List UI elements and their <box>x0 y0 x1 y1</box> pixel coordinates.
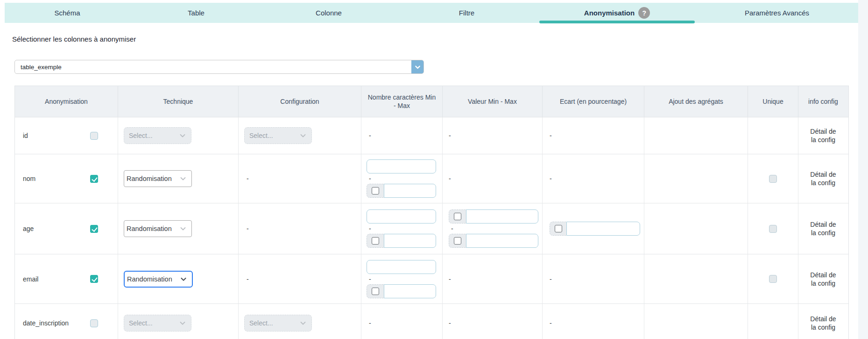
tab-bar: Schéma Table Colonne Filtre Anonymisatio… <box>5 3 858 23</box>
checkbox-addon <box>367 284 384 298</box>
max-chars-checkbox[interactable] <box>372 187 379 195</box>
min-max-separator: - <box>451 226 453 231</box>
table-row-id: id Select... Select... - - - Détail de l <box>15 117 848 154</box>
empty-value: - <box>449 133 451 138</box>
select-value: Randomisation <box>127 275 172 283</box>
row-checkbox[interactable] <box>90 175 98 183</box>
header-valeur-min-max: Valeur Min - Max <box>443 86 543 117</box>
empty-value: - <box>369 320 371 326</box>
configuration-select[interactable]: Select... <box>244 127 312 144</box>
max-chars-checkbox[interactable] <box>372 237 379 245</box>
detail-config-link[interactable]: Détail de la config <box>807 220 840 237</box>
row-checkbox[interactable] <box>90 225 98 233</box>
select-placeholder: Select... <box>249 132 273 139</box>
empty-value: - <box>550 276 552 282</box>
tab-parametres-avances[interactable]: Paramètres Avancés <box>696 3 858 23</box>
row-checkbox[interactable] <box>90 275 98 283</box>
tab-label: Filtre <box>459 9 474 17</box>
chevron-down-icon <box>179 132 186 139</box>
row-checkbox[interactable] <box>90 319 98 327</box>
min-max-separator: - <box>369 276 371 282</box>
select-value: Randomisation <box>127 175 172 182</box>
empty-value: - <box>449 176 451 181</box>
table-row-date-inscription: date_inscription Select... Select... - -… <box>15 304 848 339</box>
valeur-max-input[interactable] <box>466 234 538 248</box>
table-header-row: Anonymisation Technique Configuration No… <box>15 86 848 117</box>
column-name: nom <box>23 175 35 182</box>
empty-value: - <box>550 176 552 181</box>
checkbox-addon <box>367 234 384 248</box>
max-chars-input[interactable] <box>384 284 436 298</box>
min-chars-input[interactable] <box>367 159 436 173</box>
checkbox-addon <box>550 222 566 236</box>
max-chars-checkbox[interactable] <box>372 288 379 295</box>
valeur-min-checkbox[interactable] <box>454 213 461 220</box>
header-ecart: Ecart (en pourcentage) <box>543 86 644 117</box>
empty-value: - <box>247 276 249 282</box>
technique-select[interactable]: Randomisation <box>124 220 192 237</box>
table-selector[interactable]: table_exemple <box>14 60 424 74</box>
anonymisation-table: Anonymisation Technique Configuration No… <box>14 86 849 339</box>
max-chars-input[interactable] <box>384 184 436 198</box>
column-name: date_inscription <box>23 319 69 327</box>
tab-schema[interactable]: Schéma <box>5 3 130 23</box>
tab-table[interactable]: Table <box>130 3 262 23</box>
technique-select[interactable]: Select... <box>124 127 191 144</box>
header-ajout-agregats: Ajout des agrégats <box>644 86 748 117</box>
table-selector-value: table_exemple <box>21 64 62 71</box>
select-placeholder: Select... <box>129 319 153 327</box>
tab-colonne[interactable]: Colonne <box>262 3 395 23</box>
select-placeholder: Select... <box>249 319 273 327</box>
chevron-down-icon <box>299 319 307 327</box>
header-technique: Technique <box>118 86 239 117</box>
detail-config-link[interactable]: Détail de la config <box>807 127 840 144</box>
tab-label: Schéma <box>54 9 80 17</box>
ecart-checkbox[interactable] <box>555 225 562 232</box>
scrollbar-track[interactable] <box>858 0 868 339</box>
header-info-config: info config <box>798 86 848 117</box>
select-placeholder: Select... <box>129 132 153 139</box>
detail-config-link[interactable]: Détail de la config <box>807 315 840 332</box>
table-row-age: age Randomisation - - <box>15 203 848 254</box>
header-unique: Unique <box>748 86 798 117</box>
column-name: email <box>23 275 38 283</box>
unique-checkbox[interactable] <box>769 225 777 233</box>
chevron-down-icon <box>179 175 187 182</box>
empty-value: - <box>449 320 451 326</box>
technique-select-focused[interactable]: Randomisation <box>124 271 193 288</box>
table-row-nom: nom Randomisation - - <box>15 154 848 203</box>
chevron-down-icon <box>180 275 187 283</box>
valeur-max-checkbox[interactable] <box>454 237 461 245</box>
checkbox-addon <box>449 234 466 248</box>
chevron-down-icon <box>179 319 186 327</box>
valeur-min-input[interactable] <box>466 209 538 224</box>
max-chars-input[interactable] <box>384 234 436 248</box>
checkbox-addon <box>367 184 384 198</box>
ecart-input[interactable] <box>566 222 640 236</box>
chevron-down-icon <box>179 225 187 232</box>
select-value: Randomisation <box>127 225 172 232</box>
min-chars-input[interactable] <box>367 209 436 224</box>
tab-label: Paramètres Avancés <box>745 9 809 17</box>
unique-checkbox[interactable] <box>769 275 777 283</box>
technique-select[interactable]: Select... <box>124 315 191 332</box>
header-anonymisation: Anonymisation <box>15 86 118 117</box>
configuration-select[interactable]: Select... <box>244 315 312 332</box>
detail-config-link[interactable]: Détail de la config <box>807 170 840 187</box>
empty-value: - <box>449 276 451 282</box>
unique-checkbox[interactable] <box>769 175 777 183</box>
column-name: id <box>23 132 28 139</box>
row-checkbox[interactable] <box>90 132 98 140</box>
min-max-separator: - <box>369 176 371 181</box>
table-selector-dropdown-button[interactable] <box>411 60 423 73</box>
empty-value: - <box>550 133 552 138</box>
technique-select[interactable]: Randomisation <box>124 170 192 187</box>
tab-filtre[interactable]: Filtre <box>395 3 538 23</box>
header-nombre-caracteres: Nombre caractères Min - Max <box>361 86 443 117</box>
help-icon[interactable]: ? <box>638 7 650 19</box>
min-chars-input[interactable] <box>367 260 436 274</box>
checkbox-addon <box>449 209 466 224</box>
chevron-down-icon <box>299 132 307 139</box>
tab-anonymisation[interactable]: Anonymisation ? <box>538 3 696 23</box>
detail-config-link[interactable]: Détail de la config <box>807 271 840 288</box>
